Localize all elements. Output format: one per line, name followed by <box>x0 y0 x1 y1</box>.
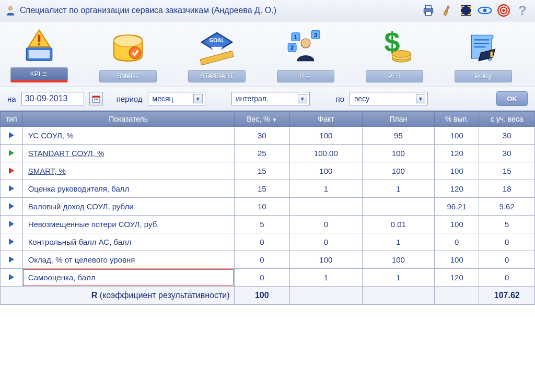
pct-cell: 120 <box>435 180 479 198</box>
weighted-cell: 30 <box>479 145 535 162</box>
col-pct[interactable]: % вып. <box>435 112 479 127</box>
triangle-blue-icon <box>9 221 14 227</box>
indicator-name: SMART, % <box>28 167 66 175</box>
svg-text:GOAL: GOAL <box>209 38 224 43</box>
indicator-name: Валовый доход СОУЛ, рубли <box>28 202 134 211</box>
table-row: Валовый доход СОУЛ, рубли1096.219.62 <box>1 198 535 216</box>
total-r-desc: (коэффициент результативности) <box>97 291 229 300</box>
tab-label: STANDART <box>200 73 234 80</box>
date-input[interactable] <box>21 92 84 105</box>
plan-cell: 100 <box>362 251 435 269</box>
user-icon <box>5 5 16 16</box>
total-pct <box>435 287 479 305</box>
tab-pfr[interactable]: PFR <box>366 70 423 82</box>
indicator-cell: Невозмещенные потери СОУЛ, руб. <box>22 216 234 233</box>
col-indicator[interactable]: Показатель <box>22 112 234 127</box>
target-icon[interactable] <box>496 3 511 18</box>
fact-cell: 100 <box>290 162 363 180</box>
row-type-cell[interactable] <box>1 216 23 233</box>
svg-text:2: 2 <box>290 44 294 51</box>
svg-point-22 <box>301 39 310 48</box>
help-icon[interactable]: ? <box>515 3 530 18</box>
fact-cell: 1 <box>290 269 363 287</box>
calendar-button[interactable] <box>89 92 103 105</box>
tab-standart[interactable]: STANDART <box>188 70 246 82</box>
period-value: месяц <box>153 94 173 103</box>
weighted-cell: 0 <box>479 233 535 251</box>
row-type-cell[interactable] <box>1 198 23 216</box>
table-row: Невозмещенные потери СОУЛ, руб.500.01100… <box>1 216 535 233</box>
pct-cell: 0 <box>435 233 479 251</box>
header-bar: Специалист по организации сервиса заказч… <box>0 0 535 21</box>
toolbar-item-kpi: KPI ☰ <box>10 27 68 82</box>
page-title: Специалист по организации сервиса заказч… <box>20 6 276 15</box>
indicator-cell[interactable]: SMART, % <box>22 162 234 180</box>
total-plan <box>362 287 435 305</box>
row-type-cell[interactable] <box>1 145 23 162</box>
total-weighted: 107.62 <box>479 287 535 305</box>
date-label: на <box>7 94 16 103</box>
fact-cell: 0 <box>290 216 363 233</box>
indicator-name: Невозмещенные потери СОУЛ, руб. <box>28 220 159 229</box>
fullscreen-icon[interactable] <box>459 3 473 18</box>
chevron-down-icon: ▼ <box>416 94 425 103</box>
col-weighted[interactable]: с уч. веса <box>479 112 535 127</box>
brush-icon[interactable] <box>440 3 455 18</box>
row-type-cell[interactable] <box>1 180 23 198</box>
svg-point-16 <box>114 35 142 47</box>
svg-rect-12 <box>29 50 50 58</box>
col-plan[interactable]: План <box>362 112 435 127</box>
money-icon: $ <box>376 29 413 67</box>
col-weight[interactable]: Вес, %▼ <box>234 112 290 127</box>
weight-cell: 30 <box>234 127 290 145</box>
table-row: Контрольный балл АС, балл00100 <box>1 233 535 251</box>
table-row: УС СОУЛ, %301009510030 <box>1 127 535 145</box>
pct-cell: 100 <box>435 162 479 180</box>
toolbar-item-policy: Policy <box>455 29 512 82</box>
triangle-blue-icon <box>9 239 14 245</box>
tab-label: SMART <box>117 73 139 80</box>
col-fact[interactable]: Факт <box>290 112 363 127</box>
print-icon[interactable] <box>421 3 436 18</box>
weight-cell: 10 <box>234 198 290 216</box>
tab-kpi[interactable]: KPI ☰ <box>10 67 68 82</box>
eye-icon[interactable] <box>478 3 492 18</box>
tab-grip-icon: ☰ <box>306 74 312 79</box>
svg-rect-36 <box>94 99 95 100</box>
kpi-table: тип Показатель Вес, %▼ Факт План % вып. … <box>0 111 535 305</box>
toolbar-item-pfr: $ PFR <box>366 29 423 82</box>
tab-grip-icon: ☰ <box>42 71 48 77</box>
indicator-name: УС СОУЛ, % <box>28 131 74 140</box>
ok-button[interactable]: OK <box>496 91 528 106</box>
svg-rect-38 <box>97 99 98 100</box>
plan-cell: 1 <box>362 180 435 198</box>
fact-cell: 0 <box>290 233 363 251</box>
weight-cell: 5 <box>234 216 290 233</box>
tab-smart[interactable]: SMART <box>99 70 157 82</box>
triangle-blue-icon <box>9 185 14 192</box>
tab-r[interactable]: R ☰ <box>277 70 334 82</box>
row-type-cell[interactable] <box>1 162 23 180</box>
fact-cell: 100.00 <box>290 145 363 162</box>
period-select[interactable]: месяц ▼ <box>148 92 205 105</box>
svg-point-0 <box>9 7 13 10</box>
table-header-row: тип Показатель Вес, %▼ Факт План % вып. … <box>1 112 535 127</box>
rating-icon: 1 3 2 <box>287 29 324 67</box>
filter-bar: на период месяц ▼ интеграл. ▼ по весу ▼ … <box>0 87 535 111</box>
table-row: Оклад, % от целевого уровня01001001000 <box>1 251 535 269</box>
tab-policy[interactable]: Policy <box>455 70 512 82</box>
row-type-cell[interactable] <box>1 127 23 145</box>
svg-text:3: 3 <box>314 32 317 38</box>
integral-select[interactable]: интеграл. ▼ <box>231 92 310 105</box>
col-type[interactable]: тип <box>1 112 23 127</box>
row-type-cell[interactable] <box>1 269 23 287</box>
plan-cell: 100 <box>362 145 435 162</box>
svg-point-32 <box>392 51 411 58</box>
weighted-cell: 0 <box>479 251 535 269</box>
by-select[interactable]: весу ▼ <box>350 92 428 105</box>
indicator-cell[interactable]: STANDART СОУЛ, % <box>22 145 234 162</box>
row-type-cell[interactable] <box>1 251 23 269</box>
svg-rect-14 <box>38 35 41 42</box>
row-type-cell[interactable] <box>1 233 23 251</box>
weight-cell: 0 <box>234 233 290 251</box>
